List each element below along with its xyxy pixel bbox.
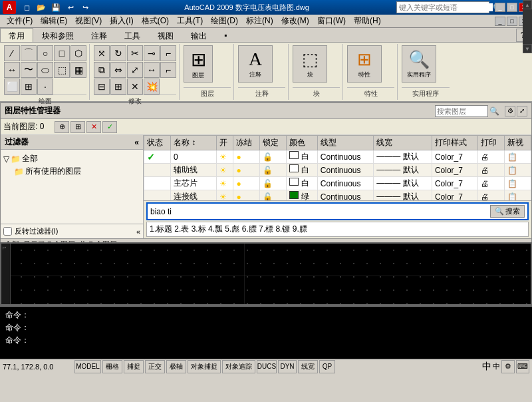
cell-on[interactable]: ☀ [217,177,233,190]
cell-lineweight[interactable]: ——— 默认 [374,177,432,190]
menu-insert[interactable]: 插入(I) [106,14,137,28]
cell-color[interactable]: 白 [287,177,317,190]
cell-on[interactable]: ☀ [217,150,233,164]
invert-filter-checkbox[interactable] [3,227,12,236]
draw-table-btn[interactable]: ⊞ [21,79,37,95]
menu-help[interactable]: 帮助(H) [350,14,385,28]
draw-hatch-btn[interactable]: ⬚ [54,62,70,78]
layer-panel-expand-btn[interactable]: ⤢ [517,106,527,116]
draw-point-btn[interactable]: · [37,79,53,95]
cell-linetype[interactable]: Continuous [317,177,373,190]
draw-circle-btn[interactable]: ○ [37,45,53,61]
command-area[interactable]: 命令： 命令： 命令： ▲ ▼ [0,305,532,359]
status-keyboard-btn[interactable]: ⌨ [516,360,529,373]
cell-print-style[interactable]: Color_7 [432,177,477,190]
status-ortho-btn[interactable]: 正交 [145,360,165,373]
cell-print-style[interactable]: Color_7 [432,164,477,177]
cell-lineweight[interactable]: ——— 默认 [374,150,432,164]
modify-rotate-btn[interactable]: ↻ [110,45,126,61]
set-current-btn[interactable]: ✓ [102,121,117,133]
cell-print[interactable]: 🖨 [477,164,504,177]
cell-new-view[interactable]: 📋 [504,150,531,164]
status-lw-btn[interactable]: 线宽 [298,360,318,373]
cell-lineweight[interactable]: ——— 默认 [374,164,432,177]
utilities-big-btn[interactable]: 🔍 实用程序 [402,45,436,83]
tab-view[interactable]: 视图 [149,28,182,42]
cell-name[interactable]: 主芯片 [170,177,216,190]
cell-lock[interactable]: 🔓 [260,150,287,164]
modify-scale-btn[interactable]: ⤢ [127,62,143,78]
tab-tools[interactable]: 工具 [116,28,149,42]
filter-item-used[interactable]: 📁 所有使用的图层 [3,165,140,178]
cell-linetype[interactable]: Continuous [317,164,373,177]
status-dyn-btn[interactable]: DYN [278,360,297,373]
annotation-big-btn[interactable]: A 注释 [238,45,273,83]
status-snap-btn[interactable]: 捕捉 [124,360,144,373]
modify-extend-btn[interactable]: ⊸ [144,45,160,61]
canvas-area[interactable]: 1. [0,242,532,305]
menu-edit[interactable]: 编辑(E) [37,14,71,28]
modify-stretch-btn[interactable]: ↔ [144,62,160,78]
cell-freeze[interactable]: ● [233,150,260,164]
scroll-down-btn[interactable]: ▼ [523,44,532,53]
cell-lock[interactable]: 🔓 [260,164,287,177]
title-search-input[interactable] [397,3,493,11]
tab-annotation[interactable]: 注释 [82,28,116,42]
cell-lock[interactable]: 🔓 [260,177,287,190]
filter-footer-expand-btn[interactable]: « [136,228,140,236]
cell-freeze[interactable]: ● [233,177,260,190]
status-ducs-btn[interactable]: DUCS [257,360,277,373]
title-btn-new[interactable]: ◻ [20,1,33,14]
menu-window[interactable]: 窗口(W) [313,14,350,28]
tab-output[interactable]: 输出 [182,28,215,42]
cell-print[interactable]: 🖨 [477,177,504,190]
cell-new-view[interactable]: 📋 [504,164,531,177]
menu-file[interactable]: 文件(F) [3,14,37,28]
autocomplete-search-btn[interactable]: 🔍 搜索 [490,205,525,218]
table-row[interactable]: 主芯片 ☀ ● 🔓 白 Continuous ——— 默认 Color_7 🖨 … [144,177,531,190]
modify-fillet-btn[interactable]: ⌐ [160,45,176,61]
status-model-btn[interactable]: MODEL [74,360,101,373]
filter-item-all[interactable]: ▽ 📁 全部 [3,152,140,165]
draw-arc-btn[interactable]: ⌒ [21,45,37,61]
tab-extra[interactable]: ▪ [215,28,235,42]
cell-freeze[interactable]: ● [233,164,260,177]
layer-search-input[interactable] [435,105,488,117]
status-polar-btn[interactable]: 极轴 [166,360,186,373]
menu-modify[interactable]: 修改(M) [277,14,313,28]
layer-big-btn[interactable]: ⊞ 图层 [184,45,213,83]
title-btn-redo[interactable]: ↪ [78,1,92,14]
cell-color[interactable]: 白 [287,164,317,177]
cell-new-view[interactable]: 📋 [504,177,531,190]
cell-print[interactable]: 🖨 [477,150,504,164]
table-row[interactable]: ✓ 0 ☀ ● 🔓 白 Continuous ——— 默认 Color_7 🖨 … [144,150,531,164]
filter-collapse-btn[interactable]: « [134,138,139,147]
cell-name[interactable]: 辅助线 [170,164,216,177]
cell-on[interactable]: ☀ [217,164,233,177]
title-search-bar[interactable]: 🔍 [396,1,489,13]
draw-region-btn[interactable]: ⬜ [4,79,20,95]
delete-layer-btn[interactable]: ✕ [86,121,101,133]
menu-dimension[interactable]: 标注(N) [242,14,277,28]
table-row[interactable]: 辅助线 ☀ ● 🔓 白 Continuous ——— 默认 Color_7 🖨 … [144,164,531,177]
tab-block-ref[interactable]: 块和参照 [33,28,82,42]
cell-print-style[interactable]: Color_7 [432,150,477,164]
modify-trim-btn[interactable]: ✂ [127,45,143,61]
status-osnap-btn[interactable]: 对象捕捉 [188,360,221,373]
menu-minimize[interactable]: _ [495,17,505,26]
autocomplete-input[interactable] [150,207,490,216]
block-big-btn[interactable]: ⬚ 块 [293,45,327,83]
title-btn-undo[interactable]: ↩ [64,1,77,14]
minimize-button[interactable]: _ [495,3,505,12]
menu-draw[interactable]: 绘图(D) [207,14,242,28]
new-layer-btn[interactable]: ⊕ [55,121,69,133]
modify-explode-btn[interactable]: 💥 [144,79,160,95]
draw-rect-btn[interactable]: □ [54,45,70,61]
draw-poly-btn[interactable]: ⬡ [70,45,86,61]
draw-ellipse-btn[interactable]: ⬭ [37,62,53,78]
title-btn-open[interactable]: 📂 [35,1,48,14]
draw-move-btn[interactable]: ↔ [4,62,20,78]
draw-spline-btn[interactable]: 〜 [21,62,37,78]
status-otrack-btn[interactable]: 对象追踪 [222,360,255,373]
modify-mirror-btn[interactable]: ⇔ [110,62,126,78]
